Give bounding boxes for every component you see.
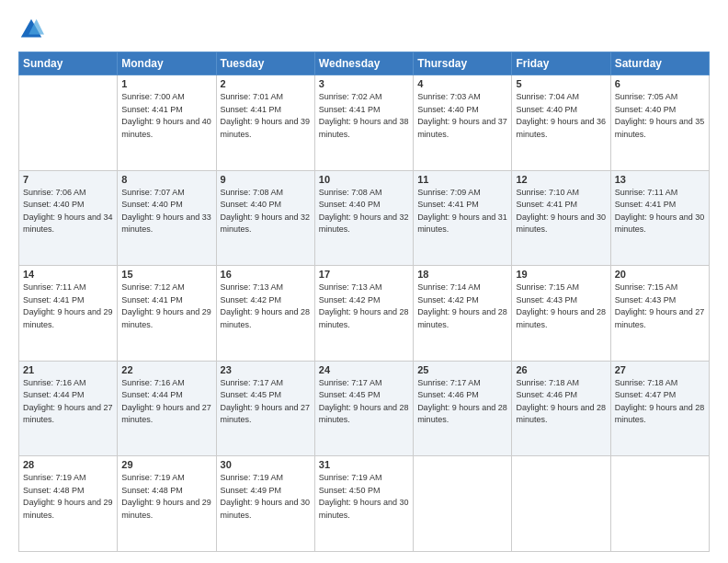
day-number: 29: [121, 459, 211, 470]
day-info: Sunrise: 7:19 AMSunset: 4:49 PMDaylight:…: [221, 472, 311, 522]
week-row-2: 14Sunrise: 7:11 AMSunset: 4:41 PMDayligh…: [19, 266, 710, 362]
calendar-cell: 10Sunrise: 7:08 AMSunset: 4:40 PMDayligh…: [314, 170, 413, 266]
day-info: Sunrise: 7:13 AMSunset: 4:42 PMDaylight:…: [319, 282, 409, 331]
page: SundayMondayTuesdayWednesdayThursdayFrid…: [0, 0, 728, 563]
calendar-cell: 4Sunrise: 7:03 AMSunset: 4:40 PMDaylight…: [414, 75, 512, 171]
calendar-cell: 27Sunrise: 7:18 AMSunset: 4:47 PMDayligh…: [610, 361, 709, 456]
calendar-cell: [512, 456, 610, 552]
calendar-cell: 25Sunrise: 7:17 AMSunset: 4:46 PMDayligh…: [414, 361, 512, 456]
day-info: Sunrise: 7:03 AMSunset: 4:40 PMDaylight:…: [417, 91, 507, 141]
day-info: Sunrise: 7:15 AMSunset: 4:43 PMDaylight:…: [516, 282, 606, 331]
day-number: 23: [221, 364, 311, 375]
week-row-0: 1Sunrise: 7:00 AMSunset: 4:41 PMDaylight…: [19, 75, 710, 171]
day-number: 6: [615, 78, 705, 89]
calendar-cell: 9Sunrise: 7:08 AMSunset: 4:40 PMDaylight…: [216, 170, 314, 266]
day-info: Sunrise: 7:11 AMSunset: 4:41 PMDaylight:…: [23, 282, 113, 331]
day-number: 30: [221, 459, 311, 470]
calendar-cell: 20Sunrise: 7:15 AMSunset: 4:43 PMDayligh…: [610, 266, 709, 362]
calendar-cell: 28Sunrise: 7:19 AMSunset: 4:48 PMDayligh…: [19, 456, 118, 552]
day-info: Sunrise: 7:02 AMSunset: 4:41 PMDaylight:…: [319, 91, 409, 141]
day-info: Sunrise: 7:18 AMSunset: 4:47 PMDaylight:…: [615, 377, 705, 427]
day-info: Sunrise: 7:07 AMSunset: 4:40 PMDaylight:…: [121, 187, 211, 236]
calendar-cell: 1Sunrise: 7:00 AMSunset: 4:41 PMDaylight…: [118, 75, 216, 171]
day-number: 17: [319, 269, 409, 280]
day-info: Sunrise: 7:16 AMSunset: 4:44 PMDaylight:…: [23, 377, 113, 427]
day-info: Sunrise: 7:19 AMSunset: 4:50 PMDaylight:…: [319, 472, 409, 522]
calendar-cell: 3Sunrise: 7:02 AMSunset: 4:41 PMDaylight…: [314, 75, 413, 171]
calendar-table: SundayMondayTuesdayWednesdayThursdayFrid…: [18, 52, 710, 552]
calendar-cell: 15Sunrise: 7:12 AMSunset: 4:41 PMDayligh…: [118, 266, 216, 362]
calendar-cell: 13Sunrise: 7:11 AMSunset: 4:41 PMDayligh…: [610, 170, 709, 266]
day-info: Sunrise: 7:15 AMSunset: 4:43 PMDaylight:…: [615, 282, 705, 331]
day-number: 21: [23, 364, 113, 375]
week-row-3: 21Sunrise: 7:16 AMSunset: 4:44 PMDayligh…: [19, 361, 710, 456]
weekday-header-saturday: Saturday: [610, 52, 709, 75]
header: [18, 17, 710, 42]
day-number: 19: [516, 269, 606, 280]
weekday-header-tuesday: Tuesday: [216, 52, 314, 75]
calendar-cell: 26Sunrise: 7:18 AMSunset: 4:46 PMDayligh…: [512, 361, 610, 456]
day-info: Sunrise: 7:19 AMSunset: 4:48 PMDaylight:…: [23, 472, 113, 522]
day-number: 14: [23, 269, 113, 280]
day-number: 12: [516, 174, 606, 185]
day-number: 11: [417, 174, 507, 185]
calendar-cell: 23Sunrise: 7:17 AMSunset: 4:45 PMDayligh…: [216, 361, 314, 456]
calendar-cell: [610, 456, 709, 552]
day-info: Sunrise: 7:04 AMSunset: 4:40 PMDaylight:…: [516, 91, 606, 141]
day-number: 27: [615, 364, 705, 375]
calendar-cell: 5Sunrise: 7:04 AMSunset: 4:40 PMDaylight…: [512, 75, 610, 171]
weekday-header-row: SundayMondayTuesdayWednesdayThursdayFrid…: [19, 52, 710, 75]
day-number: 28: [23, 459, 113, 470]
day-number: 10: [319, 174, 409, 185]
day-number: 24: [319, 364, 409, 375]
calendar-cell: [414, 456, 512, 552]
day-info: Sunrise: 7:13 AMSunset: 4:42 PMDaylight:…: [221, 282, 311, 331]
calendar-cell: 31Sunrise: 7:19 AMSunset: 4:50 PMDayligh…: [314, 456, 413, 552]
calendar-cell: 12Sunrise: 7:10 AMSunset: 4:41 PMDayligh…: [512, 170, 610, 266]
weekday-header-wednesday: Wednesday: [314, 52, 413, 75]
calendar-cell: 2Sunrise: 7:01 AMSunset: 4:41 PMDaylight…: [216, 75, 314, 171]
calendar-cell: 11Sunrise: 7:09 AMSunset: 4:41 PMDayligh…: [414, 170, 512, 266]
calendar-cell: 7Sunrise: 7:06 AMSunset: 4:40 PMDaylight…: [19, 170, 118, 266]
logo: [18, 17, 48, 42]
day-number: 13: [615, 174, 705, 185]
day-number: 25: [417, 364, 507, 375]
weekday-header-friday: Friday: [512, 52, 610, 75]
weekday-header-thursday: Thursday: [414, 52, 512, 75]
day-number: 1: [121, 78, 211, 89]
calendar-cell: 22Sunrise: 7:16 AMSunset: 4:44 PMDayligh…: [118, 361, 216, 456]
day-number: 9: [221, 174, 311, 185]
day-number: 31: [319, 459, 409, 470]
day-info: Sunrise: 7:17 AMSunset: 4:45 PMDaylight:…: [319, 377, 409, 427]
day-number: 3: [319, 78, 409, 89]
week-row-4: 28Sunrise: 7:19 AMSunset: 4:48 PMDayligh…: [19, 456, 710, 552]
calendar-cell: 6Sunrise: 7:05 AMSunset: 4:40 PMDaylight…: [610, 75, 709, 171]
calendar-cell: 16Sunrise: 7:13 AMSunset: 4:42 PMDayligh…: [216, 266, 314, 362]
day-info: Sunrise: 7:10 AMSunset: 4:41 PMDaylight:…: [516, 187, 606, 236]
logo-icon: [18, 17, 44, 42]
day-number: 4: [417, 78, 507, 89]
day-number: 16: [221, 269, 311, 280]
day-info: Sunrise: 7:16 AMSunset: 4:44 PMDaylight:…: [121, 377, 211, 427]
weekday-header-sunday: Sunday: [19, 52, 118, 75]
day-number: 22: [121, 364, 211, 375]
day-number: 20: [615, 269, 705, 280]
day-info: Sunrise: 7:00 AMSunset: 4:41 PMDaylight:…: [121, 91, 211, 141]
day-number: 15: [121, 269, 211, 280]
calendar-cell: 21Sunrise: 7:16 AMSunset: 4:44 PMDayligh…: [19, 361, 118, 456]
day-info: Sunrise: 7:06 AMSunset: 4:40 PMDaylight:…: [23, 187, 113, 236]
day-info: Sunrise: 7:14 AMSunset: 4:42 PMDaylight:…: [417, 282, 507, 331]
weekday-header-monday: Monday: [118, 52, 216, 75]
day-number: 7: [23, 174, 113, 185]
day-info: Sunrise: 7:08 AMSunset: 4:40 PMDaylight:…: [319, 187, 409, 236]
day-info: Sunrise: 7:09 AMSunset: 4:41 PMDaylight:…: [417, 187, 507, 236]
calendar-cell: 19Sunrise: 7:15 AMSunset: 4:43 PMDayligh…: [512, 266, 610, 362]
calendar-cell: 14Sunrise: 7:11 AMSunset: 4:41 PMDayligh…: [19, 266, 118, 362]
calendar-cell: 17Sunrise: 7:13 AMSunset: 4:42 PMDayligh…: [314, 266, 413, 362]
day-info: Sunrise: 7:11 AMSunset: 4:41 PMDaylight:…: [615, 187, 705, 236]
day-number: 2: [221, 78, 311, 89]
calendar-cell: 24Sunrise: 7:17 AMSunset: 4:45 PMDayligh…: [314, 361, 413, 456]
day-info: Sunrise: 7:18 AMSunset: 4:46 PMDaylight:…: [516, 377, 606, 427]
day-info: Sunrise: 7:05 AMSunset: 4:40 PMDaylight:…: [615, 91, 705, 141]
day-number: 8: [121, 174, 211, 185]
